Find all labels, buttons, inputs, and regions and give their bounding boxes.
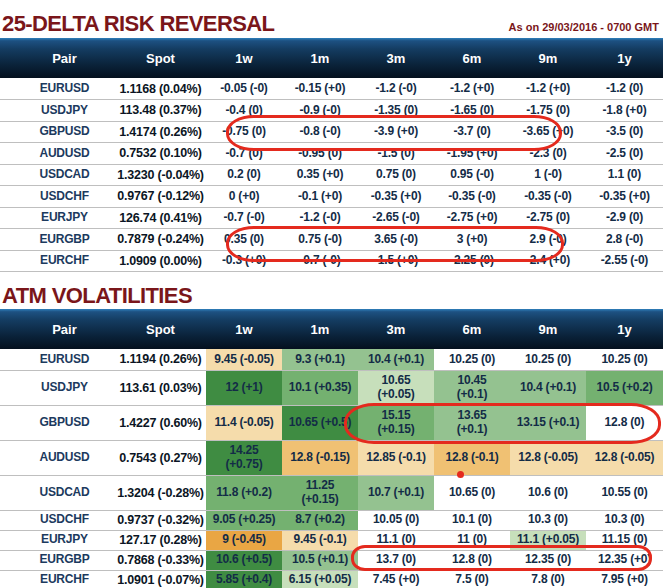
value-cell: 11.1 (+0.05) [510, 530, 586, 550]
column-header-6m: 6m [434, 309, 510, 349]
value-cell: 11.15 (0) [586, 530, 663, 550]
table-row-usdjpy: USDJPY113.61 (0.03%)12 (+1)10.1 (+0.35)1… [0, 370, 663, 405]
value-cell: 12.8 (-0.1) [434, 440, 510, 475]
value-cell: 9.45 (-0.1) [282, 530, 358, 550]
table-row-eurgbp: EURGBP0.7879 (-0.24%)0.35 (0)0.75 (-0)3.… [0, 229, 663, 251]
spot-cell: 0.9737 (-0.32%) [115, 510, 206, 530]
value-cell: 9.45 (-0.05) [206, 349, 282, 370]
value-cell: 0.95 (-0) [434, 164, 510, 186]
atm-volatilities-titlebar: ATM VOLATILITIES [0, 272, 663, 309]
spot-cell: 0.7868 (-0.33%) [115, 550, 206, 570]
value-cell: 13.15 (+0.1) [510, 405, 586, 440]
value-cell: 12.8 (-0.05) [510, 440, 586, 475]
value-cell: 10.65 (+0.5) [282, 405, 358, 440]
value-cell: 11.25 (+0.15) [282, 475, 358, 510]
as-of-timestamp: As on 29/03/2016 - 0700 GMT [509, 21, 659, 35]
value-cell: -2.75 (+0) [434, 207, 510, 229]
column-header-1y: 1y [586, 309, 663, 349]
risk-reversal-titlebar: 25-DELTA RISK REVERSAL As on 29/03/2016 … [0, 0, 663, 38]
pair-cell: USDCAD [0, 475, 115, 510]
value-cell: -2.9 (0) [586, 207, 663, 229]
column-header-1w: 1w [206, 309, 282, 349]
table-row-eurjpy: EURJPY126.74 (0.41%)-0.7 (-0)-1.2 (-0)-2… [0, 207, 663, 229]
spot-cell: 1.0901 (-0.07%) [115, 570, 206, 588]
value-cell: 10.7 (+0.1) [358, 475, 434, 510]
value-cell: 11.1 (0) [358, 530, 434, 550]
value-cell: -1.5 (+0) [358, 250, 434, 272]
value-cell: 9.3 (+0.1) [282, 349, 358, 370]
table-row-usdjpy: USDJPY113.48 (0.37%)-0.4 (0)-0.9 (-0)-1.… [0, 100, 663, 122]
spot-cell: 113.61 (0.03%) [115, 370, 206, 405]
value-cell: 10.1 (+0.35) [282, 370, 358, 405]
pair-cell: EURCHF [0, 250, 115, 272]
pair-cell: EURCHF [0, 570, 115, 588]
pair-cell: GBPUSD [0, 405, 115, 440]
value-cell: -0.8 (-0) [282, 121, 358, 143]
value-cell: 12.8 (0) [586, 405, 663, 440]
value-cell: 12.8 (-0.15) [282, 440, 358, 475]
value-cell: 0.35 (+0) [282, 164, 358, 186]
column-header-1w: 1w [206, 38, 282, 78]
value-cell: -1.2 (+0) [510, 78, 586, 100]
value-cell: 0.2 (0) [206, 164, 282, 186]
value-cell: 10.3 (0) [510, 510, 586, 530]
value-cell: -2.75 (0) [510, 207, 586, 229]
value-cell: -0.05 (-0) [206, 78, 282, 100]
column-header-1m: 1m [282, 38, 358, 78]
value-cell: 15.15 (+0.15) [358, 405, 434, 440]
value-cell: 2.8 (-0) [586, 229, 663, 251]
value-cell: 10.4 (+0.1) [358, 349, 434, 370]
column-header-pair: Pair [0, 309, 115, 349]
value-cell: 10.1 (0) [434, 510, 510, 530]
value-cell: -0.7 (0) [206, 143, 282, 165]
table-row-eurgbp: EURGBP0.7868 (-0.33%)10.6 (+0.5)10.5 (+0… [0, 550, 663, 570]
spot-cell: 1.1194 (0.26%) [115, 349, 206, 370]
column-header-3m: 3m [358, 38, 434, 78]
pair-cell: EURJPY [0, 207, 115, 229]
value-cell: -0.35 (-0) [434, 186, 510, 208]
value-cell: 10.45 (+0.1) [434, 370, 510, 405]
value-cell: -0.35 (-0) [510, 186, 586, 208]
spot-cell: 1.3204 (-0.28%) [115, 475, 206, 510]
pair-cell: USDCHF [0, 510, 115, 530]
value-cell: 10.65 (+0.05) [358, 370, 434, 405]
value-cell: 12.35 (+0) [586, 550, 663, 570]
pair-cell: USDJPY [0, 370, 115, 405]
fx-volatility-dashboard: 25-DELTA RISK REVERSAL As on 29/03/2016 … [0, 0, 663, 588]
value-cell: -1.2 (-0) [358, 78, 434, 100]
value-cell: -0.1 (+0) [282, 186, 358, 208]
value-cell: 11 (0) [434, 530, 510, 550]
value-cell: 12.8 (0) [434, 550, 510, 570]
value-cell: 9 (-0.45) [206, 530, 282, 550]
value-cell: 12.8 (-0.05) [586, 440, 663, 475]
value-cell: 3 (+0) [434, 229, 510, 251]
value-cell: -0.15 (+0) [282, 78, 358, 100]
spot-cell: 1.1168 (0.04%) [115, 78, 206, 100]
value-cell: 10.25 (0) [434, 349, 510, 370]
value-cell: 7.95 (+0) [586, 570, 663, 588]
value-cell: 7.45 (+0) [358, 570, 434, 588]
pair-cell: USDJPY [0, 100, 115, 122]
value-cell: -1.2 (0) [586, 78, 663, 100]
spot-cell: 0.9767 (-0.12%) [115, 186, 206, 208]
value-cell: 10.25 (0) [510, 349, 586, 370]
value-cell: 3.65 (-0) [358, 229, 434, 251]
value-cell: -2.55 (-0) [586, 250, 663, 272]
table-row-eurchf: EURCHF1.0909 (0.00%)-0.3 (+0)-0.7 (-0)-1… [0, 250, 663, 272]
value-cell: 5.85 (+0.4) [206, 570, 282, 588]
value-cell: 1.1 (0) [586, 164, 663, 186]
pair-cell: EURJPY [0, 530, 115, 550]
value-cell: -1.95 (+0) [434, 143, 510, 165]
value-cell: -0.35 (+0) [358, 186, 434, 208]
value-cell: 10.3 (0) [586, 510, 663, 530]
value-cell: 12 (+1) [206, 370, 282, 405]
value-cell: -1.8 (+0) [586, 100, 663, 122]
value-cell: 10.4 (+0.1) [510, 370, 586, 405]
value-cell: -0.7 (-0) [282, 250, 358, 272]
value-cell: -0.9 (-0) [282, 100, 358, 122]
table-row-eurusd: EURUSD1.1194 (0.26%)9.45 (-0.05)9.3 (+0.… [0, 349, 663, 370]
risk-reversal-table: PairSpot1w1m3m6m9m1y EURUSD1.1168 (0.04%… [0, 38, 663, 272]
spot-cell: 0.7543 (0.27%) [115, 440, 206, 475]
value-cell: 10.05 (0) [358, 510, 434, 530]
pair-cell: EURUSD [0, 78, 115, 100]
